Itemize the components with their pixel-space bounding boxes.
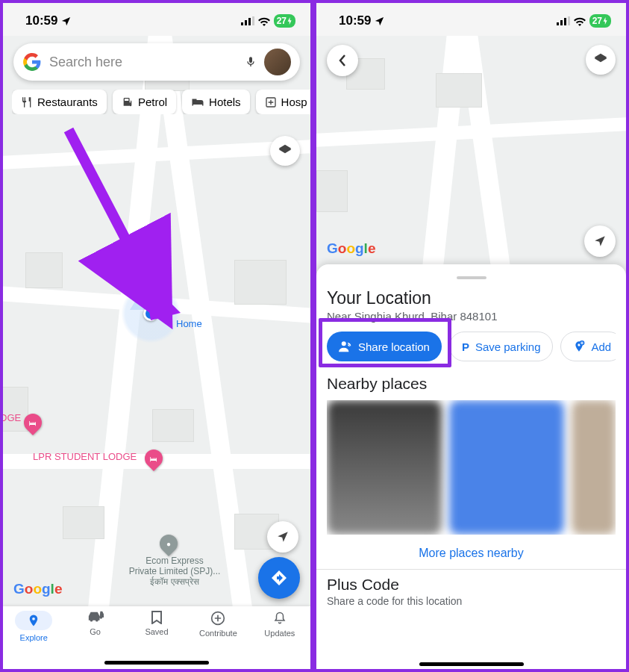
plus-code-title: Plus Code <box>327 576 616 594</box>
bottom-nav: Explore Go Saved Contribute Updates <box>3 606 310 669</box>
battery-indicator: 27 <box>589 14 611 28</box>
nearby-card[interactable] <box>572 400 616 535</box>
more-places-link[interactable]: More places nearby <box>327 547 616 560</box>
directions-fab[interactable] <box>258 557 300 599</box>
layers-icon <box>278 143 292 158</box>
sheet-title: Your Location <box>327 288 616 308</box>
current-location-dot[interactable] <box>121 284 181 343</box>
chevron-left-icon <box>338 54 347 67</box>
parking-icon: P <box>462 340 469 353</box>
sheet-handle[interactable] <box>457 276 486 279</box>
wifi-icon <box>573 16 586 26</box>
svg-rect-8 <box>560 20 563 25</box>
wifi-icon <box>257 16 271 26</box>
share-location-button[interactable]: Share location <box>327 332 442 361</box>
status-time: 10:59 <box>339 13 371 28</box>
plus-code-subtitle: Share a code for this location <box>327 595 616 607</box>
location-arrow-icon <box>374 16 385 27</box>
compass-icon <box>593 234 607 248</box>
action-row: Share location P Save parking Add <box>327 332 616 361</box>
svg-rect-2 <box>248 18 251 25</box>
location-arrow-icon <box>60 16 72 27</box>
svg-rect-7 <box>557 22 559 25</box>
phone-screenshot-left: 10:59 27 Search here <box>3 3 310 669</box>
nearby-card[interactable] <box>449 400 564 535</box>
pin-icon <box>27 614 40 627</box>
status-bar: 10:59 27 <box>3 3 310 36</box>
hospital-icon <box>265 96 277 108</box>
pin-plus-icon <box>573 340 585 353</box>
home-indicator <box>419 662 524 666</box>
layers-button[interactable] <box>586 45 616 75</box>
cellular-icon <box>241 16 254 25</box>
status-time: 10:59 <box>25 13 57 28</box>
category-chips: Restaurants Petrol Hotels Hosp <box>12 90 310 114</box>
map-label-ecom: Ecom Express Private Limited (SPJ)... ईक… <box>115 556 234 587</box>
add-button[interactable]: Add <box>560 332 616 361</box>
recenter-button[interactable] <box>584 225 616 257</box>
battery-indicator: 27 <box>274 14 295 28</box>
home-indicator <box>104 661 209 665</box>
map-label: LPR STUDENT LODGE <box>33 451 137 462</box>
layers-button[interactable] <box>270 136 300 166</box>
location-sheet[interactable]: Your Location Near Singhia Khurd, Bihar … <box>316 264 626 669</box>
google-g-icon <box>22 52 42 72</box>
chip-restaurants[interactable]: Restaurants <box>12 90 107 114</box>
petrol-icon <box>122 96 134 108</box>
map-label: DGE <box>3 412 21 423</box>
profile-avatar[interactable] <box>264 49 291 75</box>
nav-updates[interactable]: Updates <box>249 611 310 669</box>
person-share-icon <box>339 340 352 352</box>
sheet-subtitle: Near Singhia Khurd, Bihar 848101 <box>327 310 616 323</box>
nearby-cards <box>327 400 616 535</box>
compass-icon <box>276 530 290 544</box>
bell-icon <box>273 611 287 626</box>
nav-explore[interactable]: Explore <box>3 611 64 669</box>
google-logo: Google <box>13 581 62 597</box>
directions-icon <box>270 569 288 587</box>
divider <box>316 569 626 570</box>
status-bar: 10:59 27 <box>316 3 626 36</box>
mic-icon[interactable] <box>245 54 257 70</box>
chip-hotels[interactable]: Hotels <box>182 90 250 114</box>
plus-circle-icon <box>210 611 225 626</box>
chip-hospital[interactable]: Hosp <box>256 90 310 114</box>
restaurant-icon <box>21 96 33 108</box>
home-label: Home <box>176 318 202 329</box>
car-icon <box>87 611 104 624</box>
search-placeholder: Search here <box>49 55 237 70</box>
phone-screenshot-right: 10:59 27 Google Your Location Near Singh… <box>316 3 626 669</box>
svg-point-11 <box>342 341 346 346</box>
hotel-icon <box>191 97 204 108</box>
svg-rect-10 <box>568 16 570 25</box>
layers-icon <box>593 52 608 67</box>
cellular-icon <box>557 16 570 25</box>
recenter-button[interactable] <box>267 521 298 553</box>
svg-rect-1 <box>245 20 247 25</box>
svg-rect-0 <box>241 22 243 25</box>
svg-rect-9 <box>564 18 566 25</box>
search-bar[interactable]: Search here <box>13 43 300 81</box>
svg-rect-3 <box>252 16 254 25</box>
back-button[interactable] <box>327 45 358 76</box>
bookmark-icon <box>151 611 162 624</box>
save-parking-button[interactable]: P Save parking <box>449 332 554 361</box>
google-logo: Google <box>327 240 375 257</box>
chip-petrol[interactable]: Petrol <box>113 90 176 114</box>
nearby-card[interactable] <box>327 400 442 535</box>
nearby-places-title: Nearby places <box>327 375 616 393</box>
